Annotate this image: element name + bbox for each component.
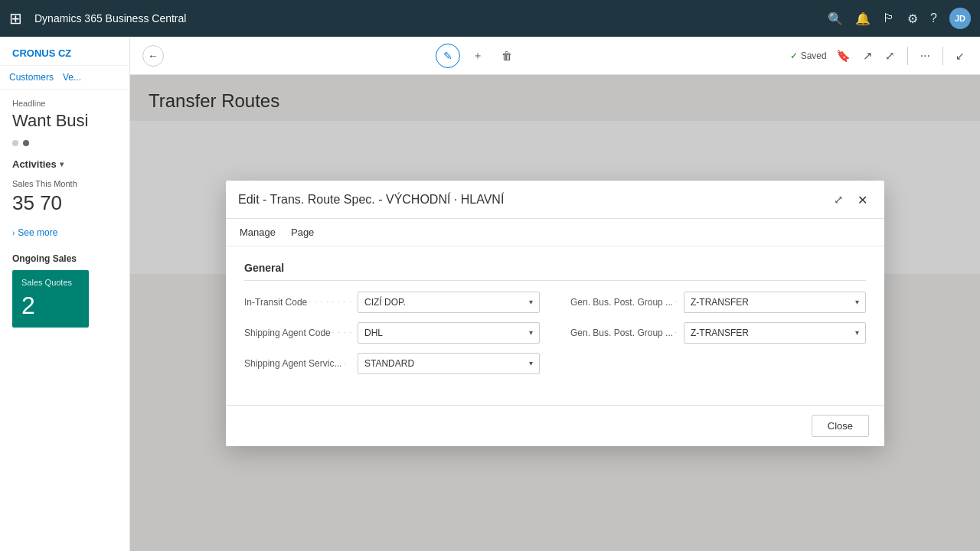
sales-amount: 35 70: [12, 191, 117, 215]
tile-number: 2: [21, 292, 80, 320]
shipping-agent-service-label: Shipping Agent Servic... ·: [244, 358, 351, 369]
main-area: CRONUS CZ Customers Ve... Headline Want …: [0, 37, 980, 551]
open-new-button[interactable]: ↗: [860, 46, 876, 66]
modal-dialog: Edit - Trans. Route Spec. - VÝCHODNÍ · H…: [226, 181, 884, 446]
shipping-agent-code-dots: · · · ·: [332, 328, 351, 337]
gen-bus-post-2-dots: ·: [675, 328, 678, 337]
modal-close-x-button[interactable]: ✕: [853, 191, 872, 209]
shipping-agent-code-value: DHL: [364, 328, 383, 338]
gen-bus-post-1-label-text: Gen. Bus. Post. Group ...: [570, 297, 673, 308]
dot-2[interactable]: [23, 140, 29, 146]
back-button[interactable]: ←: [142, 45, 164, 67]
toolbar-divider: [907, 47, 908, 65]
gen-bus-post-1-label: Gen. Bus. Post. Group ... ·: [570, 297, 678, 308]
in-transit-code-label: In-Transit Code · · · · · · · ·: [244, 297, 351, 308]
section-general: General: [244, 262, 866, 281]
search-icon[interactable]: 🔍: [828, 11, 843, 26]
app-title: Dynamics 365 Business Central: [34, 12, 818, 24]
sales-quotes-tile[interactable]: Sales Quotes 2: [12, 270, 89, 328]
left-content: Headline Want Busi Activities ▾ Sales Th…: [0, 90, 129, 551]
shipping-agent-code-label-text: Shipping Agent Code: [244, 328, 331, 338]
in-transit-code-value: CIZÍ DOP.: [364, 297, 406, 308]
edit-button[interactable]: ✎: [436, 44, 460, 68]
dot-1[interactable]: [12, 140, 18, 146]
modal-tab-manage[interactable]: Manage: [238, 223, 277, 241]
activities-label: Activities: [12, 158, 57, 170]
field-shipping-agent-code: Shipping Agent Code · · · · DHL ▾: [244, 322, 540, 344]
collapse-button[interactable]: ↙: [952, 47, 968, 65]
notifications-icon[interactable]: 🔔: [855, 11, 871, 26]
modal-close-button[interactable]: Close: [812, 415, 869, 437]
activities-header[interactable]: Activities ▾: [12, 158, 117, 170]
expand-button[interactable]: ⤢: [882, 46, 898, 66]
field-gen-bus-post-1: Gen. Bus. Post. Group ... · Z-TRANSFER ▾: [570, 292, 866, 313]
saved-status: ✓ Saved: [790, 51, 827, 61]
shipping-agent-code-label: Shipping Agent Code · · · ·: [244, 328, 351, 338]
more-options-button[interactable]: ···: [917, 46, 933, 66]
field-in-transit-code: In-Transit Code · · · · · · · · CIZÍ DOP…: [244, 292, 540, 313]
ongoing-sales-label: Ongoing Sales: [12, 253, 117, 264]
add-button[interactable]: ＋: [466, 46, 489, 66]
modal-header: Edit - Trans. Route Spec. - VÝCHODNÍ · H…: [226, 181, 884, 219]
toolbar-divider-2: [942, 47, 943, 65]
shipping-agent-service-chevron: ▾: [529, 359, 533, 367]
modal-toolbar: Manage Page: [226, 219, 884, 246]
waffle-icon[interactable]: ⊞: [9, 9, 22, 28]
shipping-agent-code-select[interactable]: DHL ▾: [358, 322, 540, 344]
page-content: Transfer Routes Edit - Trans. Route Spec…: [130, 75, 980, 551]
delete-button[interactable]: 🗑: [495, 47, 518, 65]
top-bar: ⊞ Dynamics 365 Business Central 🔍 🔔 🏳 ⚙ …: [0, 0, 980, 37]
modal-footer: Close: [226, 405, 884, 446]
help-icon[interactable]: ?: [930, 11, 937, 25]
gen-bus-post-1-select[interactable]: Z-TRANSFER ▾: [684, 292, 866, 313]
gen-bus-post-2-label-text: Gen. Bus. Post. Group ...: [570, 328, 673, 338]
gen-bus-post-2-label: Gen. Bus. Post. Group ... ·: [570, 328, 678, 338]
company-name[interactable]: CRONUS CZ: [0, 37, 129, 66]
settings-icon[interactable]: ⚙: [907, 11, 918, 26]
see-more-chevron: ›: [12, 229, 15, 237]
in-transit-code-select[interactable]: CIZÍ DOP. ▾: [358, 292, 540, 313]
modal-expand-button[interactable]: ⤢: [831, 191, 847, 208]
field-shipping-agent-service: Shipping Agent Servic... · STANDARD ▾: [244, 353, 540, 374]
checkmark-icon: ✓: [790, 51, 798, 61]
nav-links: Customers Ve...: [0, 66, 129, 90]
page-toolbar: ✎ ＋ 🗑: [173, 44, 781, 68]
top-bar-icons: 🔍 🔔 🏳 ⚙ ? JD: [828, 8, 971, 29]
shipping-agent-service-dots: ·: [343, 359, 346, 367]
right-toolbar: ✓ Saved 🔖 ↗ ⤢ ··· ↙: [790, 46, 968, 66]
nav-customers[interactable]: Customers: [9, 72, 54, 83]
see-more-link[interactable]: › See more: [12, 227, 117, 238]
flag-icon[interactable]: 🏳: [883, 11, 895, 25]
shipping-agent-code-chevron: ▾: [529, 328, 533, 337]
field-gen-bus-post-2: Gen. Bus. Post. Group ... · Z-TRANSFER ▾: [570, 322, 866, 344]
form-grid-empty: [570, 353, 866, 374]
page-nav: ← ✎ ＋ 🗑 ✓ Saved 🔖 ↗ ⤢ ··· ↙: [130, 37, 980, 75]
saved-label-text: Saved: [801, 51, 827, 61]
see-more-label: See more: [18, 227, 57, 238]
gen-bus-post-2-value: Z-TRANSFER: [691, 328, 749, 338]
headline-label: Headline: [12, 99, 117, 108]
gen-bus-post-2-chevron: ▾: [855, 328, 859, 337]
right-area: ← ✎ ＋ 🗑 ✓ Saved 🔖 ↗ ⤢ ··· ↙: [130, 37, 980, 551]
shipping-agent-service-select[interactable]: STANDARD ▾: [358, 353, 540, 374]
nav-vendors[interactable]: Ve...: [63, 72, 81, 83]
modal-overlay: Edit - Trans. Route Spec. - VÝCHODNÍ · H…: [130, 75, 980, 551]
shipping-agent-service-value: STANDARD: [364, 358, 414, 369]
gen-bus-post-1-chevron: ▾: [855, 298, 859, 306]
left-nav: CRONUS CZ Customers Ve... Headline Want …: [0, 37, 130, 551]
in-transit-code-chevron: ▾: [529, 298, 533, 306]
user-avatar[interactable]: JD: [949, 8, 971, 29]
modal-tab-page[interactable]: Page: [289, 223, 315, 241]
sales-month-label: Sales This Month: [12, 179, 117, 188]
bookmark-button[interactable]: 🔖: [833, 46, 854, 66]
tile-title: Sales Quotes: [21, 278, 80, 287]
modal-body: General In-Transit Code · · · · · · · ·: [226, 246, 884, 405]
modal-title: Edit - Trans. Route Spec. - VÝCHODNÍ · H…: [238, 193, 504, 207]
carousel-dots: [12, 140, 117, 146]
gen-bus-post-2-select[interactable]: Z-TRANSFER ▾: [684, 322, 866, 344]
activities-chevron: ▾: [60, 160, 64, 168]
form-grid: In-Transit Code · · · · · · · · CIZÍ DOP…: [244, 292, 866, 374]
shipping-agent-service-label-text: Shipping Agent Servic...: [244, 358, 341, 369]
modal-header-icons: ⤢ ✕: [831, 191, 872, 209]
gen-bus-post-1-dots: ·: [675, 298, 678, 306]
